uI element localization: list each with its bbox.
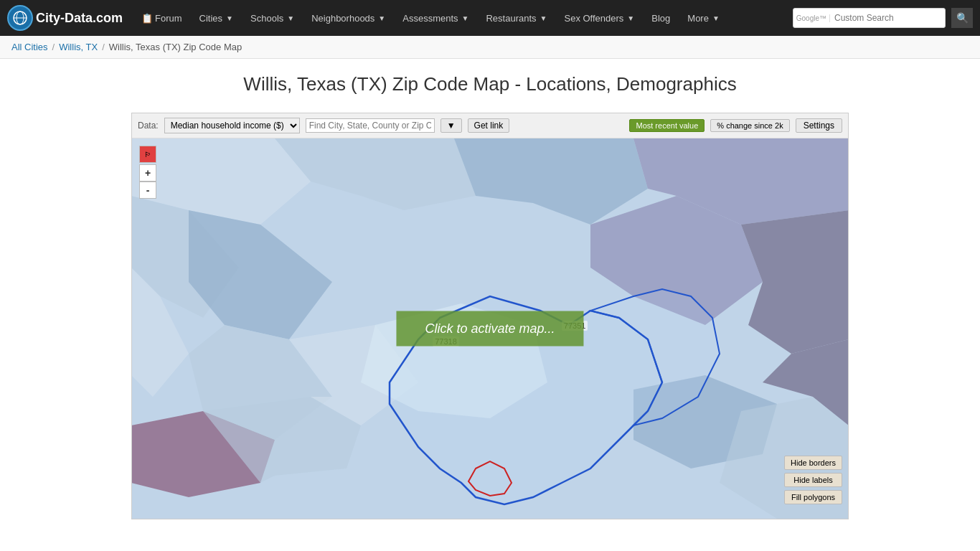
more-caret: ▼ [712,14,720,22]
nav-blog[interactable]: Blog [644,7,677,29]
logo-text: City-Data.com [36,11,123,26]
schools-caret: ▼ [287,14,294,22]
pct-change-toggle[interactable]: % change since 2k [710,119,789,132]
search-input[interactable] [830,13,945,23]
logo-icon [7,5,33,31]
nav-cities[interactable]: Cities ▼ [192,7,240,29]
neighborhoods-caret: ▼ [378,14,385,22]
cities-caret: ▼ [226,14,233,22]
data-label: Data: [138,121,159,131]
hide-labels-button[interactable]: Hide labels [784,473,842,487]
nav-neighborhoods[interactable]: Neighborhoods ▼ [304,7,392,29]
settings-button[interactable]: Settings [796,118,842,133]
navbar: City-Data.com 📋 Forum Cities ▼ Schools ▼… [0,0,980,36]
breadcrumb-state-link[interactable]: Willis, TX [59,42,98,52]
site-logo[interactable]: City-Data.com [7,5,123,31]
breadcrumb-sep2: / [102,42,105,52]
toolbar-right: Most recent value % change since 2k Sett… [629,118,842,133]
zoom-in-button[interactable]: + [139,164,156,182]
click-to-activate-overlay[interactable]: Click to activate map... [396,311,583,347]
breadcrumb-current: Willis, Texas (TX) Zip Code Map [109,42,242,52]
forum-icon: 📋 [141,13,153,24]
map-corner-buttons: Hide borders Hide labels Fill polygons [784,456,842,504]
map-container: Data: Median household income ($) ▼ Get … [131,113,849,519]
search-button[interactable]: 🔍 [951,8,973,28]
nav-right: Google™ 🔍 [793,8,973,28]
breadcrumb: All Cities / Willis, TX / Willis, Texas … [0,36,980,59]
nav-more[interactable]: More ▼ [680,7,727,29]
map-toolbar: Data: Median household income ($) ▼ Get … [132,113,848,138]
nav-assessments[interactable]: Assessments ▼ [395,7,476,29]
nav-restaurants[interactable]: Restaurants ▼ [479,7,554,29]
zoom-out-button[interactable]: - [139,182,156,199]
google-label: Google™ [793,14,830,22]
nav-sex-offenders[interactable]: Sex Offenders ▼ [557,7,641,29]
nav-forum[interactable]: 📋 Forum [134,7,189,29]
assessments-caret: ▼ [462,14,469,22]
sex-offenders-caret: ▼ [627,14,634,22]
breadcrumb-all-cities[interactable]: All Cities [11,42,48,52]
most-recent-toggle[interactable]: Most recent value [629,119,705,132]
page-title: Willis, Texas (TX) Zip Code Map - Locati… [14,73,966,95]
hide-borders-button[interactable]: Hide borders [784,456,842,470]
find-location-input[interactable] [306,118,435,133]
nav-schools[interactable]: Schools ▼ [243,7,301,29]
breadcrumb-sep1: / [52,42,55,52]
map-visual[interactable]: 77318 77351 🏳 + - Click to activate map.… [132,138,848,519]
main-content: Willis, Texas (TX) Zip Code Map - Locati… [0,59,980,534]
zoom-controls: 🏳 + - [139,146,156,199]
get-link-button[interactable]: Get link [468,118,510,133]
fill-polygons-button[interactable]: Fill polygons [784,490,842,504]
map-flag-icon: 🏳 [139,146,156,163]
find-dropdown-btn[interactable]: ▼ [440,118,462,133]
search-box: Google™ [793,8,946,28]
data-select[interactable]: Median household income ($) [164,118,300,133]
restaurants-caret: ▼ [540,14,547,22]
